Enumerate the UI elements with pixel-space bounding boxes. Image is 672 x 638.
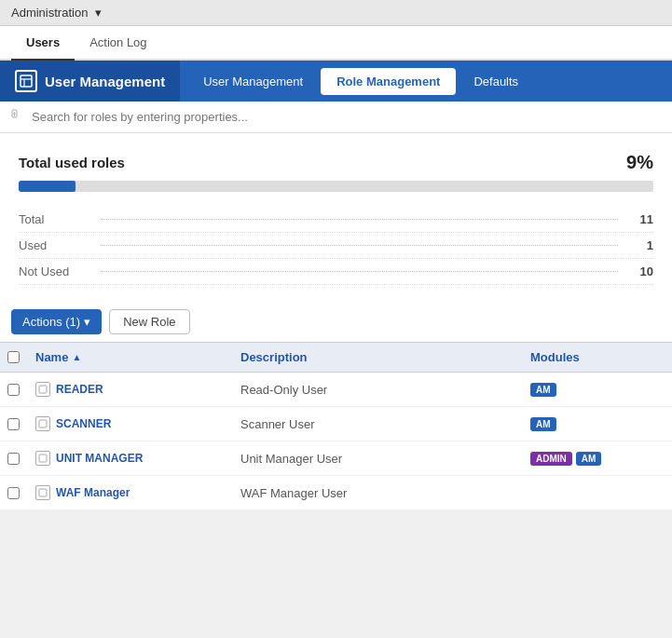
row-icon-reader [35, 382, 50, 397]
table: Name ▲ Description Modules READER [0, 342, 672, 510]
select-all-checkbox[interactable] [7, 351, 20, 363]
row-modules-unit-manager: ADMIN AM [523, 452, 672, 466]
actions-dropdown-arrow: ▾ [84, 315, 90, 329]
th-description: Description [233, 350, 523, 364]
row-checkbox-reader[interactable] [0, 384, 28, 396]
stats-value-not-used: 10 [625, 265, 653, 278]
table-row: UNIT MANAGER Unit Manager User ADMIN AM [0, 441, 672, 476]
row-name-reader: READER [28, 382, 233, 397]
table-row: READER Read-Only User AM [0, 373, 672, 407]
stats-label-not-used: Not Used [19, 265, 93, 278]
svg-rect-0 [21, 75, 32, 87]
row-modules-reader: AM [523, 383, 672, 397]
row-desc-scanner: Scanner User [233, 417, 523, 431]
progress-bar-fill [19, 181, 75, 192]
tab-action-log[interactable]: Action Log [75, 26, 161, 61]
stats-percent: 9% [626, 152, 653, 173]
stats-dots-not-used [101, 271, 618, 272]
content-area: User Management User Management Role Man… [0, 61, 672, 510]
row-checkbox-waf-manager[interactable] [0, 487, 28, 499]
topbar-arrow[interactable]: ▾ [95, 6, 102, 20]
svg-rect-6 [39, 386, 47, 393]
stats-row-used: Used 1 [19, 233, 653, 259]
row-icon-unit-manager [35, 451, 50, 466]
table-header: Name ▲ Description Modules [0, 342, 672, 373]
badge-am-scanner: AM [530, 417, 556, 431]
tab-role-management[interactable]: Role Management [321, 68, 456, 95]
stats-label-total: Total [19, 212, 93, 226]
table-row: SCANNER Scanner User AM [0, 407, 672, 441]
sort-arrow-name: ▲ [72, 352, 81, 362]
row-select-scanner[interactable] [7, 418, 20, 430]
row-name-unit-manager: UNIT MANAGER [28, 451, 233, 466]
search-bar [0, 102, 672, 133]
search-input[interactable] [32, 110, 661, 124]
section-header-label: User Management [45, 74, 165, 89]
section-title: User Management [0, 61, 180, 102]
stats-row-total: Total 11 [19, 207, 653, 233]
row-checkbox-scanner[interactable] [0, 418, 28, 430]
administration-label: Administration [11, 6, 88, 20]
tab-defaults[interactable]: Defaults [458, 68, 534, 95]
search-icon [11, 109, 24, 125]
row-desc-waf-manager: WAF Manager User [233, 486, 523, 500]
user-management-icon [15, 70, 37, 92]
top-bar: Administration ▾ [0, 0, 672, 26]
actions-button[interactable]: Actions (1) ▾ [11, 309, 102, 334]
row-icon-scanner [35, 416, 50, 431]
stats-row-not-used: Not Used 10 [19, 259, 653, 285]
action-bar: Actions (1) ▾ New Role [0, 294, 672, 342]
row-select-waf-manager[interactable] [7, 487, 20, 499]
row-select-unit-manager[interactable] [7, 453, 20, 465]
section-tabs: User Management Role Management Defaults [180, 68, 542, 95]
badge-am-reader: AM [530, 383, 556, 397]
stats-dots-total [101, 219, 618, 220]
progress-bar [19, 181, 653, 192]
stats-header: Total used roles 9% [19, 152, 653, 173]
svg-rect-8 [39, 455, 47, 462]
stats-value-total: 11 [625, 212, 653, 226]
row-name-waf-manager: WAF Manager [28, 485, 233, 500]
row-icon-waf-manager [35, 485, 50, 500]
badge-am-unit-manager: AM [576, 452, 602, 466]
badge-admin-unit-manager: ADMIN [530, 452, 572, 466]
th-modules: Modules [523, 350, 672, 364]
stats-section: Total used roles 9% Total 11 Used 1 Not … [0, 133, 672, 294]
tab-users[interactable]: Users [11, 26, 75, 61]
row-checkbox-unit-manager[interactable] [0, 453, 28, 465]
svg-rect-9 [39, 489, 47, 496]
table-row: WAF Manager WAF Manager User [0, 476, 672, 510]
row-modules-scanner: AM [523, 417, 672, 431]
nav-tabs: Users Action Log [0, 26, 672, 61]
section-header: User Management User Management Role Man… [0, 61, 672, 102]
stats-dots-used [101, 245, 618, 246]
stats-value-used: 1 [625, 238, 653, 252]
svg-rect-7 [39, 420, 47, 428]
row-desc-reader: Read-Only User [233, 383, 523, 397]
th-name[interactable]: Name ▲ [28, 350, 233, 364]
stats-title: Total used roles [19, 155, 125, 170]
tab-user-management[interactable]: User Management [187, 68, 319, 95]
row-name-scanner: SCANNER [28, 416, 233, 431]
stats-label-used: Used [19, 238, 93, 252]
new-role-button[interactable]: New Role [109, 309, 189, 334]
th-checkbox [0, 350, 28, 364]
row-select-reader[interactable] [7, 384, 20, 396]
row-desc-unit-manager: Unit Manager User [233, 452, 523, 466]
